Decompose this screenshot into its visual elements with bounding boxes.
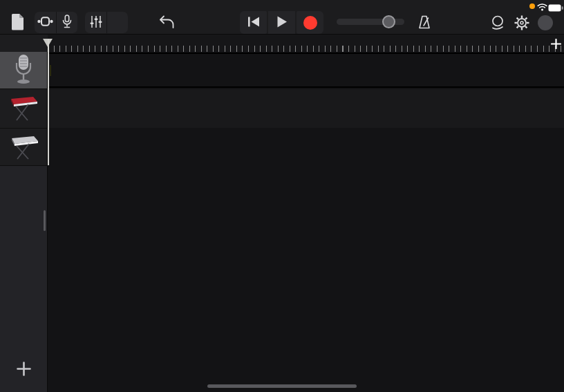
track-header-keys[interactable] [0, 89, 47, 128]
toolbar [0, 0, 564, 35]
view-segmented-control [35, 12, 77, 33]
settings-button[interactable] [513, 15, 531, 32]
orange-privacy-dot-icon [529, 3, 535, 9]
document-icon [10, 13, 25, 32]
timeline-area [48, 52, 564, 392]
track-header-voice[interactable] [0, 52, 47, 88]
afloat-pad-midi-region[interactable] [520, 92, 564, 127]
record-icon [303, 16, 317, 30]
audio-waveform [53, 54, 564, 86]
undo-icon [158, 15, 175, 32]
battery-icon [548, 2, 563, 15]
playhead-flag-icon[interactable] [43, 39, 53, 47]
add-section-button[interactable] [549, 38, 563, 52]
undo-button[interactable] [157, 13, 176, 32]
help-button[interactable] [538, 15, 553, 30]
playhead[interactable] [48, 39, 49, 165]
mixer-sliders-icon [90, 15, 102, 30]
rewind-button[interactable] [240, 11, 267, 34]
microphone-instrument-icon [10, 53, 37, 88]
metronome-icon [417, 15, 432, 32]
metronome-button[interactable] [415, 14, 433, 32]
fx-button[interactable] [106, 12, 128, 33]
loop-browser-icon [489, 15, 506, 32]
loop-browser-button[interactable] [489, 15, 507, 32]
garageband-screen [0, 0, 564, 392]
track-controls-button[interactable] [85, 12, 106, 33]
add-track-button[interactable] [16, 362, 31, 377]
vertical-scroll-indicator[interactable] [44, 210, 46, 231]
volume-slider-thumb[interactable] [382, 15, 395, 28]
play-icon [276, 16, 288, 30]
play-button[interactable] [268, 11, 295, 34]
track-header-sampler[interactable] [0, 129, 47, 165]
microphone-icon [62, 15, 73, 30]
horizontal-scrollbar[interactable] [207, 384, 357, 388]
keys-track-lane[interactable] [48, 89, 564, 128]
instrument-button[interactable] [56, 12, 77, 33]
track-header-column [0, 52, 48, 392]
header-divider [0, 165, 47, 166]
plus-icon [17, 362, 31, 378]
controls-segmented-control [85, 12, 128, 33]
gray-keyboard-instrument-icon [7, 131, 40, 164]
plus-icon [551, 39, 561, 51]
volume-slider[interactable] [337, 19, 404, 25]
my-songs-button[interactable] [8, 14, 26, 32]
transport-controls [240, 11, 323, 34]
tracks-view-icon [37, 17, 53, 28]
trim-grip-icon [50, 65, 51, 76]
gear-icon [514, 15, 530, 33]
tracks-view-button[interactable] [35, 12, 56, 33]
record-button[interactable] [297, 11, 323, 34]
red-keyboard-instrument-icon [7, 92, 40, 125]
my-sample-midi-region[interactable] [48, 129, 564, 165]
ruler-corner [0, 35, 48, 52]
narrator-audio-region[interactable] [48, 53, 564, 88]
wifi-icon [537, 1, 547, 14]
timeline-ruler[interactable] [48, 35, 564, 52]
skip-to-start-icon [247, 17, 260, 29]
